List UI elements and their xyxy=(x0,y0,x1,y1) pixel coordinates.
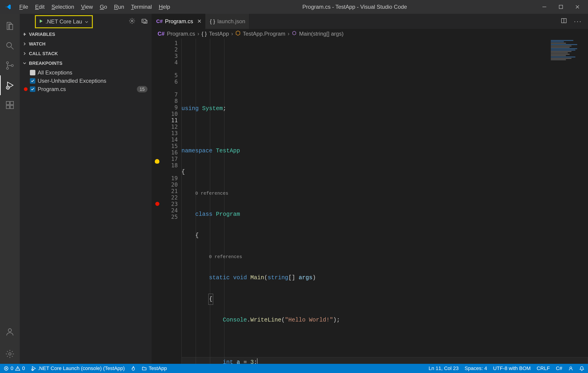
json-file-icon: { } xyxy=(210,18,215,25)
method-icon xyxy=(292,31,297,37)
svg-point-2 xyxy=(6,62,9,64)
status-encoding[interactable]: UTF-8 with BOM xyxy=(493,365,531,371)
svg-point-1 xyxy=(7,43,11,47)
codelens[interactable]: 0 references xyxy=(209,254,242,259)
section-variables[interactable]: VARIABLES xyxy=(20,29,152,39)
gear-icon[interactable] xyxy=(129,18,136,26)
tab-program-cs[interactable]: C# Program.cs xyxy=(152,14,205,29)
maximize-button[interactable] xyxy=(553,2,569,12)
minimize-button[interactable] xyxy=(536,2,553,12)
csharp-file-icon: C# xyxy=(158,31,165,37)
tab-close-icon[interactable] xyxy=(197,18,201,25)
menu-terminal[interactable]: Terminal xyxy=(128,2,155,11)
breadcrumb[interactable]: C# Program.cs › { } TestApp › TestApp.Pr… xyxy=(152,29,588,39)
line-numbers: 1234 56 78910 11 12131415161718 19202122… xyxy=(163,39,181,364)
more-actions-icon[interactable]: ··· xyxy=(574,18,582,25)
activity-scm[interactable] xyxy=(0,56,20,75)
window-title: Program.cs - TestApp - Visual Studio Cod… xyxy=(173,4,536,10)
menu-help[interactable]: Help xyxy=(156,2,173,11)
menu-bar: File Edit Selection View Go Run Terminal… xyxy=(16,2,173,11)
svg-point-10 xyxy=(8,329,11,332)
debug-config-picker[interactable]: .NET Core Lau xyxy=(35,15,93,28)
status-problems[interactable]: 0 0 xyxy=(4,365,25,371)
close-button[interactable] xyxy=(569,2,586,12)
svg-point-11 xyxy=(9,353,11,355)
editor-area: C# Program.cs { } launch.json ··· C# Pro… xyxy=(152,14,588,364)
menu-edit[interactable]: Edit xyxy=(32,2,48,11)
lightbulb-icon[interactable] xyxy=(155,159,159,164)
breakpoint-glyph-icon[interactable] xyxy=(155,202,159,206)
svg-rect-7 xyxy=(10,101,13,105)
chevron-right-icon: › xyxy=(231,31,233,37)
status-debug-config[interactable]: .NET Core Launch (console) (TestApp) xyxy=(31,365,125,371)
svg-rect-8 xyxy=(6,106,10,109)
chevron-down-icon xyxy=(84,19,89,25)
svg-point-3 xyxy=(6,67,9,69)
svg-point-4 xyxy=(11,64,13,67)
chevron-right-icon: › xyxy=(288,31,289,37)
activity-settings[interactable] xyxy=(0,344,20,364)
menu-run[interactable]: Run xyxy=(111,2,127,11)
menu-selection[interactable]: Selection xyxy=(48,2,77,11)
activity-extensions[interactable] xyxy=(0,95,20,115)
activity-explorer[interactable] xyxy=(0,16,20,36)
debug-config-label: .NET Core Lau xyxy=(45,18,82,25)
bp-all-exceptions[interactable]: All Exceptions xyxy=(20,68,152,77)
codelens[interactable]: 0 references xyxy=(195,191,228,196)
minimap[interactable] xyxy=(549,40,587,65)
split-editor-icon[interactable] xyxy=(561,18,567,25)
breakpoints-list: All Exceptions User-Unhandled Exceptions… xyxy=(20,68,152,96)
bp-user-unhandled[interactable]: User-Unhandled Exceptions xyxy=(20,77,152,85)
status-indent[interactable]: Spaces: 4 xyxy=(465,365,487,371)
code-content[interactable]: using System; namespace TestApp { 0 refe… xyxy=(181,39,588,364)
menu-go[interactable]: Go xyxy=(96,2,110,11)
debug-sidebar: .NET Core Lau VARIABLES WATCH xyxy=(20,14,152,364)
debug-console-icon[interactable] xyxy=(141,18,148,26)
debug-toolbar: .NET Core Lau xyxy=(20,14,152,29)
tabs-row: C# Program.cs { } launch.json ··· xyxy=(152,14,588,29)
activity-search[interactable] xyxy=(0,36,20,56)
status-feedback-icon[interactable] xyxy=(568,366,573,371)
checkbox-checked[interactable] xyxy=(30,86,35,92)
bp-line-badge: 15 xyxy=(137,86,147,92)
status-bar: 0 0 .NET Core Launch (console) (TestApp)… xyxy=(0,364,588,373)
vscode-logo-icon xyxy=(5,4,11,10)
svg-rect-9 xyxy=(10,106,13,109)
section-watch[interactable]: WATCH xyxy=(20,39,152,49)
activity-debug[interactable] xyxy=(0,75,20,95)
svg-point-12 xyxy=(131,20,133,22)
svg-point-17 xyxy=(570,367,572,369)
code-editor[interactable]: 1234 56 78910 11 12131415161718 19202122… xyxy=(152,39,588,364)
status-flame-icon[interactable] xyxy=(131,366,136,371)
svg-rect-0 xyxy=(559,5,563,9)
chevron-right-icon: › xyxy=(197,31,199,37)
status-cursor-pos[interactable]: Ln 11, Col 23 xyxy=(429,365,459,371)
section-breakpoints[interactable]: BREAKPOINTS xyxy=(20,58,152,68)
bp-file-program[interactable]: Program.cs 15 xyxy=(20,85,152,93)
status-eol[interactable]: CRLF xyxy=(536,365,550,371)
namespace-icon: { } xyxy=(201,31,207,37)
csharp-file-icon: C# xyxy=(156,18,163,24)
svg-rect-6 xyxy=(6,101,10,105)
status-folder[interactable]: TestApp xyxy=(142,365,167,371)
status-language[interactable]: C# xyxy=(556,365,562,371)
window-controls xyxy=(536,2,586,12)
activity-account[interactable] xyxy=(0,322,20,342)
class-icon xyxy=(235,31,241,37)
checkbox-checked[interactable] xyxy=(30,78,35,84)
play-icon xyxy=(39,18,43,25)
glyph-margin[interactable] xyxy=(152,39,163,364)
menu-view[interactable]: View xyxy=(78,2,96,11)
titlebar: File Edit Selection View Go Run Terminal… xyxy=(0,0,588,14)
status-bell-icon[interactable] xyxy=(579,366,584,371)
section-callstack[interactable]: CALL STACK xyxy=(20,49,152,58)
menu-file[interactable]: File xyxy=(16,2,32,11)
activity-bar xyxy=(0,14,20,364)
breakpoint-dot-icon xyxy=(24,87,28,91)
checkbox-unchecked[interactable] xyxy=(30,70,35,75)
tab-launch-json[interactable]: { } launch.json xyxy=(205,14,249,29)
